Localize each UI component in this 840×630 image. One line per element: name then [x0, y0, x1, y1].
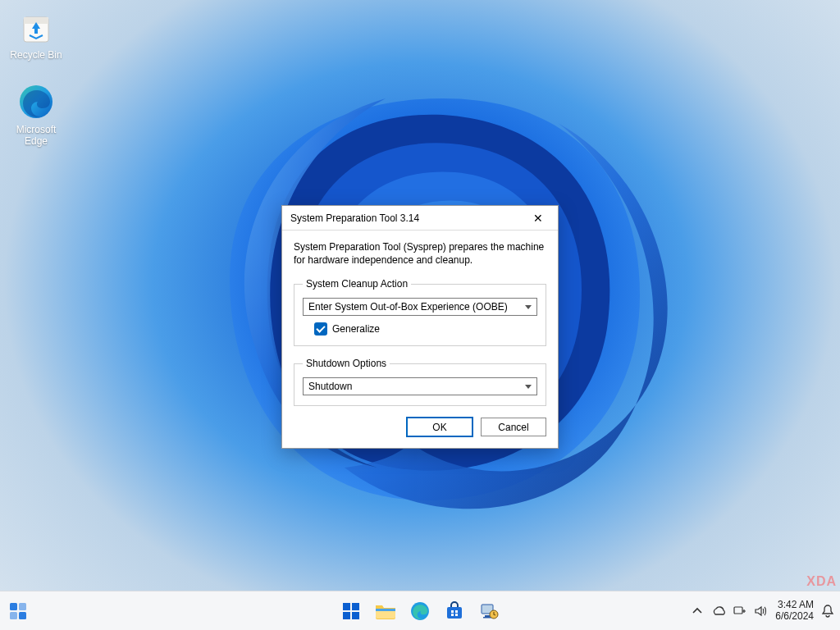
file-explorer-icon: [375, 602, 396, 620]
recycle-bin-icon: [16, 7, 56, 46]
svg-rect-14: [447, 607, 462, 619]
bell-icon: [821, 604, 834, 619]
taskbar-edge[interactable]: [405, 596, 435, 626]
svg-rect-8: [352, 603, 359, 610]
svg-rect-12: [376, 609, 395, 611]
network-icon: [733, 605, 746, 618]
close-button[interactable]: ✕: [525, 208, 551, 228]
svg-rect-23: [734, 607, 742, 614]
edge-icon: [16, 82, 56, 121]
shutdown-options-value: Shutdown: [308, 381, 352, 392]
svg-rect-10: [352, 612, 359, 619]
watermark: XDA: [806, 574, 837, 589]
tray-time: 3:42 AM: [775, 600, 814, 611]
desktop-icon-label: Recycle Bin: [5, 49, 67, 61]
taskbar-sysprep[interactable]: [474, 596, 504, 626]
sysprep-icon: [479, 601, 499, 621]
tray-notifications[interactable]: [820, 604, 835, 619]
dialog-description: System Preparation Tool (Sysprep) prepar…: [294, 240, 546, 267]
desktop-icon-recycle-bin[interactable]: Recycle Bin: [5, 7, 67, 61]
tray-date: 6/6/2024: [775, 611, 814, 623]
close-icon: ✕: [533, 212, 543, 225]
svg-rect-15: [451, 610, 454, 613]
tray-clock[interactable]: 3:42 AM 6/6/2024: [775, 600, 814, 623]
windows-icon: [341, 601, 361, 621]
cleanup-action-select[interactable]: Enter System Out-of-Box Experience (OOBE…: [303, 298, 537, 316]
cleanup-action-legend: System Cleanup Action: [303, 278, 411, 290]
ok-button[interactable]: OK: [407, 418, 472, 436]
sysprep-dialog: System Preparation Tool 3.14 ✕ System Pr…: [281, 205, 559, 449]
shutdown-options-select[interactable]: Shutdown: [303, 377, 537, 395]
svg-rect-6: [19, 612, 26, 619]
widgets-button[interactable]: [2, 595, 34, 628]
tray-network[interactable]: [733, 604, 747, 619]
shutdown-options-group: Shutdown Options Shutdown: [294, 358, 546, 406]
cancel-button[interactable]: Cancel: [481, 418, 546, 436]
generalize-checkbox[interactable]: [314, 322, 327, 336]
cleanup-action-group: System Cleanup Action Enter System Out-o…: [294, 278, 546, 346]
svg-rect-9: [343, 612, 350, 619]
svg-rect-3: [10, 603, 17, 610]
taskbar: 3:42 AM 6/6/2024: [0, 591, 840, 630]
svg-rect-18: [455, 614, 458, 616]
desktop-icon-microsoft-edge[interactable]: Microsoft Edge: [5, 82, 67, 148]
cleanup-action-value: Enter System Out-of-Box Experience (OOBE…: [308, 301, 508, 313]
svg-rect-20: [485, 615, 490, 617]
store-icon: [445, 601, 464, 621]
svg-rect-21: [483, 617, 491, 619]
chevron-up-icon: [692, 606, 702, 616]
shutdown-options-legend: Shutdown Options: [303, 358, 390, 369]
dialog-titlebar[interactable]: System Preparation Tool 3.14 ✕: [282, 206, 558, 231]
speaker-icon: [755, 605, 768, 617]
widgets-icon: [9, 602, 27, 620]
cloud-icon: [711, 605, 726, 617]
desktop-icon-label: Microsoft Edge: [5, 125, 67, 148]
edge-icon: [410, 601, 430, 621]
taskbar-store[interactable]: [440, 596, 469, 626]
start-button[interactable]: [336, 596, 366, 626]
tray-onedrive[interactable]: [711, 604, 726, 619]
svg-rect-7: [343, 603, 350, 610]
svg-rect-17: [451, 614, 454, 616]
dialog-title: System Preparation Tool 3.14: [290, 212, 525, 224]
taskbar-file-explorer[interactable]: [371, 596, 400, 626]
tray-overflow[interactable]: [690, 604, 705, 619]
generalize-label: Generalize: [332, 323, 380, 335]
svg-rect-4: [19, 603, 26, 610]
system-tray: 3:42 AM 6/6/2024: [690, 600, 835, 623]
tray-volume[interactable]: [754, 604, 769, 619]
svg-rect-16: [455, 610, 458, 613]
svg-rect-5: [10, 612, 17, 619]
